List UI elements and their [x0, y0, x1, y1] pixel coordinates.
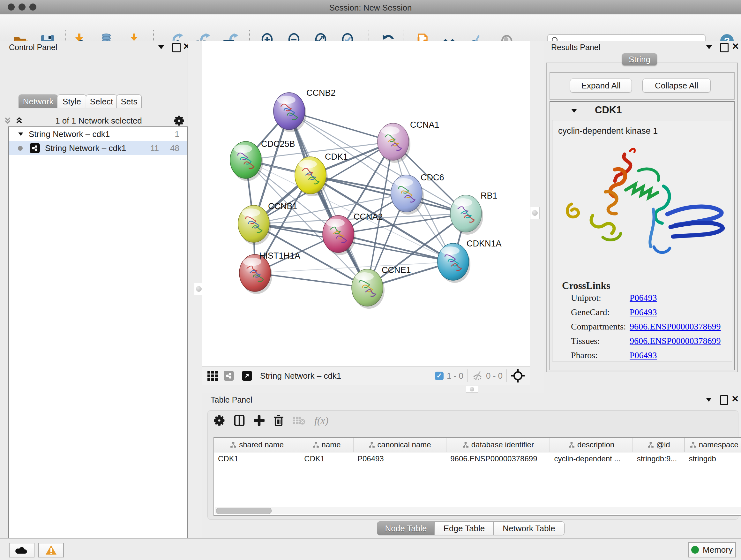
select-columns-icon[interactable]	[234, 415, 245, 427]
network-node-RB1[interactable]: RB1	[450, 191, 497, 235]
window-title: Session: New Session	[0, 3, 741, 13]
table-row[interactable]: CDK1 CDK1 P06493 9606.ENSP00000378699 cy…	[214, 452, 741, 465]
attribute-icon	[648, 442, 654, 448]
hidden-eye-icon	[471, 371, 483, 381]
table-panel-close-icon[interactable]: ✕	[731, 395, 739, 403]
right-splitter[interactable]	[530, 41, 545, 385]
tab-edge-table[interactable]: Edge Table	[434, 521, 494, 536]
warnings-button[interactable]	[38, 543, 64, 557]
network-type-icon	[30, 143, 40, 153]
network-view-title: String Network – cdk1	[260, 371, 341, 381]
crosslink-compartments-link[interactable]: 9606.ENSP00000378699	[630, 321, 721, 332]
table-panel-menu-icon[interactable]	[706, 398, 712, 401]
tab-sets[interactable]: Sets	[117, 95, 142, 108]
network-node-CCNB1[interactable]: CCNB1	[238, 201, 297, 245]
column-header[interactable]: namespace	[685, 438, 741, 452]
tab-node-table[interactable]: Node Table	[377, 521, 435, 536]
gene-card-collapse-icon[interactable]	[571, 109, 577, 113]
network-node-HIST1H1A[interactable]: HIST1H1A	[239, 251, 300, 294]
control-panel: Control Panel ✕ Network Style Select Set…	[0, 41, 188, 538]
cloud-icon	[15, 545, 28, 555]
crosslinks-title: CrossLinks	[562, 280, 610, 292]
network-row[interactable]: String Network – cdk1 11 48	[9, 141, 187, 155]
network-node-CDC25B[interactable]: CDC25B	[230, 139, 295, 181]
network-tree: String Network – cdk1 1 String Network –…	[8, 126, 188, 560]
function-builder-icon: f(x)	[314, 415, 328, 427]
crosslink-uniprot-link[interactable]: P06493	[630, 293, 657, 303]
column-header[interactable]: canonical name	[354, 438, 447, 452]
expand-all-chevron-icon[interactable]	[15, 117, 23, 125]
network-node-CDKN1A[interactable]: CDKN1A	[437, 239, 502, 283]
grid-view-icon[interactable]	[207, 371, 218, 381]
crosslink-row: GeneCard:	[571, 307, 610, 317]
detach-view-icon[interactable]	[242, 371, 252, 381]
node-table: shared name name canonical name database…	[213, 437, 741, 516]
collapse-all-button[interactable]: Collapse All	[643, 78, 711, 92]
horizontal-scrollbar[interactable]	[215, 507, 741, 514]
expand-all-button[interactable]: Expand All	[570, 78, 632, 92]
gene-description: cyclin-dependent kinase 1	[558, 126, 658, 136]
attribute-icon	[462, 442, 469, 448]
crosslink-genecard-link[interactable]: P06493	[630, 307, 657, 317]
column-header[interactable]: database identifier	[447, 438, 550, 452]
attribute-icon	[568, 442, 575, 448]
node-label: RB1	[481, 191, 497, 200]
tab-style[interactable]: Style	[57, 95, 86, 108]
attribute-icon	[690, 442, 696, 448]
network-node-CDC6[interactable]: CDC6	[391, 173, 444, 214]
warning-icon	[45, 545, 57, 556]
string-results-tab[interactable]: String	[622, 53, 657, 65]
node-label: CCNE1	[382, 265, 411, 275]
collapse-all-chevron-icon[interactable]	[3, 117, 12, 125]
table-header-row: shared name name canonical name database…	[214, 438, 741, 452]
collection-expander-icon[interactable]	[18, 132, 23, 136]
results-panel-close-icon[interactable]: ✕	[732, 42, 739, 51]
column-header[interactable]: name	[300, 438, 354, 452]
scrollbar-thumb[interactable]	[216, 508, 272, 514]
crosslink-row: Uniprot:	[571, 293, 601, 303]
add-column-icon[interactable]	[254, 415, 265, 426]
hidden-count: 0 - 0	[486, 371, 502, 381]
network-canvas[interactable]: CCNB2CCNA1CDC25BCDK1CDC6RB1CCNB1CCNA2CDK…	[202, 41, 530, 366]
network-node-CDK1[interactable]: CDK1	[295, 152, 348, 196]
selected-count: 1 - 0	[447, 371, 463, 381]
cloud-status-button[interactable]	[9, 543, 35, 557]
table-options-gear-icon[interactable]	[213, 415, 225, 426]
node-label: HIST1H1A	[259, 251, 300, 260]
network-node-CCNE1[interactable]: CCNE1	[352, 265, 411, 309]
node-count: 11	[150, 143, 159, 153]
network-node-CCNB2[interactable]: CCNB2	[273, 88, 336, 132]
network-collection-row[interactable]: String Network – cdk1 1	[9, 127, 187, 141]
network-selection-summary: 1 of 1 Network selected	[23, 116, 174, 126]
string-results-box: Expand All Collapse All CDK1 cyclin-depe…	[546, 63, 738, 372]
control-panel-menu-icon[interactable]	[158, 45, 164, 49]
tab-network[interactable]: Network	[18, 95, 58, 108]
table-panel-float-icon[interactable]	[720, 395, 728, 405]
node-label: CCNA1	[410, 120, 440, 130]
delete-table-icon	[293, 415, 306, 426]
delete-column-trash-icon[interactable]	[273, 415, 284, 427]
birds-eye-view-icon[interactable]	[511, 368, 525, 383]
expand-collapse-box: Expand All Collapse All	[549, 72, 735, 100]
crosslink-tissues-link[interactable]: 9606.ENSP00000378699	[630, 336, 721, 346]
network-share-icon[interactable]	[224, 371, 234, 381]
right-splitter-handle[interactable]	[530, 207, 540, 219]
node-label: CDKN1A	[467, 239, 502, 248]
control-panel-float-icon[interactable]	[172, 43, 181, 52]
left-splitter[interactable]	[188, 41, 203, 538]
selected-checkbox[interactable]: ✓	[435, 372, 444, 380]
crosslink-pharos-link[interactable]: P06493	[630, 350, 657, 361]
memory-button[interactable]: Memory	[688, 542, 736, 557]
column-header[interactable]: @id	[633, 438, 685, 452]
results-panel-menu-icon[interactable]	[706, 45, 712, 49]
tab-select[interactable]: Select	[86, 95, 117, 108]
network-status-dot	[18, 146, 23, 151]
horizontal-splitter-handle[interactable]	[466, 386, 478, 393]
network-options-gear-icon[interactable]	[174, 115, 185, 126]
tab-network-table[interactable]: Network Table	[493, 521, 564, 536]
node-label: CDK1	[325, 152, 348, 162]
column-header[interactable]: description	[550, 438, 633, 452]
gene-name: CDK1	[595, 105, 622, 116]
column-header[interactable]: shared name	[214, 438, 300, 452]
results-panel-float-icon[interactable]	[720, 43, 729, 52]
